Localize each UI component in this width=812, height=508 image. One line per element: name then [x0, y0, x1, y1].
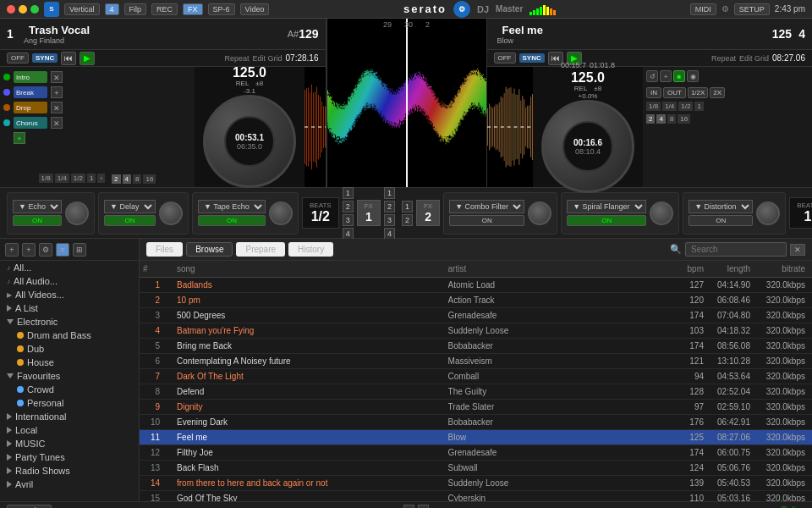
col-header-song[interactable]: song	[177, 264, 448, 273]
fx-nav-3[interactable]: 3	[343, 214, 354, 226]
deck1-platter[interactable]: 125.0 REL ±8 -3.1 00:53.1 06:35.0	[195, 67, 304, 187]
deck2-frac-1-4[interactable]: 1/4	[662, 102, 677, 111]
deck2-in-btn[interactable]: IN	[646, 87, 661, 98]
search-clear-btn[interactable]: ✕	[790, 244, 805, 256]
frac-1[interactable]: 1	[87, 174, 96, 183]
fx-r-nav-3[interactable]: 3	[384, 214, 395, 226]
deck2-off-btn[interactable]: OFF	[494, 52, 516, 64]
track-row[interactable]: 7 Dark Of The Light Comball 94 04:53.64 …	[140, 369, 812, 384]
cue-plus-chorus[interactable]: ✕	[51, 117, 63, 129]
sidebar-item-drum-bass[interactable]: Drum and Bass	[0, 329, 139, 342]
frac-8[interactable]: 8	[133, 174, 141, 184]
btn-sp6[interactable]: SP-6	[208, 3, 235, 15]
deck1-platter-disc[interactable]: 00:53.1 06:35.0	[203, 95, 296, 188]
cue-plus-break[interactable]: +	[51, 86, 63, 98]
sidebar-item-favourites[interactable]: Favourites	[0, 369, 139, 383]
track-row[interactable]: 2 10 pm Action Track 120 06:08.46 320.0k…	[140, 293, 812, 308]
vertical-dropdown[interactable]: Vertical	[64, 3, 100, 15]
frac-1-8[interactable]: 1/8	[39, 174, 53, 183]
track-row[interactable]: 11 Feel me Blow 125 08:27.06 320.0kbps	[140, 430, 812, 445]
deck2-frac-2[interactable]: 2	[646, 114, 655, 124]
track-row[interactable]: 4 Batman you're Fying Suddenly Loose 103…	[140, 323, 812, 339]
col-header-artist[interactable]: artist	[448, 264, 665, 273]
autoplay-btn[interactable]: Autoplay	[7, 505, 52, 509]
deck2-1x2-btn[interactable]: 1/2X	[688, 87, 708, 98]
effect-tape-echo-select[interactable]: ▼ Tape Echo	[198, 200, 266, 213]
add-btn[interactable]: +	[5, 243, 19, 257]
effect-echo-on[interactable]: ON	[13, 215, 62, 226]
effect-combo-select[interactable]: ▼ Combo Filter	[449, 200, 524, 213]
frac-4[interactable]: 4	[123, 174, 131, 184]
deck1-off-btn[interactable]: OFF	[7, 52, 29, 64]
sidebar-item-international[interactable]: International	[0, 410, 139, 423]
track-row[interactable]: 13 Back Flash Subwall 124 05:06.76 320.0…	[140, 461, 812, 476]
frac-2[interactable]: 2	[112, 174, 120, 184]
tab-prepare[interactable]: Prepare	[236, 242, 285, 257]
midi-btn[interactable]: MIDI	[690, 3, 716, 15]
cue-btn-intro[interactable]: Intro	[14, 71, 47, 83]
track-row[interactable]: 5 Bring me Back Bobabacker 174 08:56.08 …	[140, 339, 812, 354]
btn-rec[interactable]: REC	[151, 3, 178, 15]
sidebar-item-dub[interactable]: Dub	[0, 342, 139, 356]
track-row[interactable]: 8 Defend The Guilty 128 02:52.04 320.0kb…	[140, 384, 812, 400]
track-row[interactable]: 1 Badlands Atomic Load 127 04:14.90 320.…	[140, 278, 812, 293]
search-input[interactable]	[685, 242, 787, 257]
effect-distortion-on[interactable]: ON	[689, 215, 753, 226]
deck2-2x-btn[interactable]: 2X	[710, 87, 725, 98]
track-row[interactable]: 15 God Of The Sky Cyberskin 110 05:03.16…	[140, 491, 812, 501]
cue-btn-drop[interactable]: Drop	[14, 102, 47, 113]
deck1-sync-btn[interactable]: SYNC	[32, 53, 58, 63]
sidebar-item-personal[interactable]: Personal	[0, 396, 139, 410]
btn-fx[interactable]: FX	[183, 3, 203, 15]
effect-combo-on[interactable]: ON	[449, 215, 524, 226]
sidebar-item-house[interactable]: House	[0, 356, 139, 369]
track-row[interactable]: 14 from there to here and back again or …	[140, 476, 812, 491]
list-view-btn[interactable]: ≡	[56, 243, 69, 257]
deck2-frac-1[interactable]: 1	[694, 102, 703, 111]
sidebar-item-all[interactable]: ♪ All...	[0, 261, 139, 274]
grid-view-btn[interactable]: ⊞	[73, 243, 86, 257]
deck2-frac-4[interactable]: 4	[656, 114, 665, 124]
effect-delay-on[interactable]: ON	[104, 215, 156, 226]
cue-plus-intro[interactable]: ✕	[51, 71, 63, 83]
track-row[interactable]: 3 500 Degrees Grenadesafe 174 07:04.80 3…	[140, 308, 812, 323]
btn-4[interactable]: 4	[105, 3, 119, 15]
sidebar-item-local[interactable]: Local	[0, 423, 139, 437]
effect-tape-echo-knob[interactable]	[269, 202, 293, 225]
fx-r-nav-1[interactable]: 1	[384, 187, 395, 199]
cue-plus-drop[interactable]: ✕	[51, 102, 63, 113]
track-row[interactable]: 12 Filthy Joe Grenadesafe 174 06:00.75 3…	[140, 445, 812, 461]
effect-spiral-knob[interactable]	[650, 202, 673, 225]
settings-icon[interactable]: ⚙	[721, 4, 729, 14]
tab-files[interactable]: Files	[146, 242, 183, 257]
deck2-ctrl-4[interactable]: ◉	[687, 70, 699, 82]
tab-history[interactable]: History	[288, 242, 333, 257]
bottom-right-btn[interactable]: ›	[418, 505, 429, 508]
sidebar-item-radio-shows[interactable]: Radio Shows	[0, 464, 139, 478]
btn-video[interactable]: Video	[240, 3, 270, 15]
deck2-ctrl-2[interactable]: +	[660, 70, 672, 82]
cue-add-btn[interactable]: +	[14, 132, 25, 144]
deck2-frac-1-2[interactable]: 1/2	[678, 102, 693, 111]
fx-nav-2[interactable]: 2	[343, 201, 354, 213]
sidebar-item-electronic[interactable]: Electronic	[0, 315, 139, 329]
tab-browse[interactable]: Browse	[186, 242, 233, 257]
sidebar-item-a-list[interactable]: A List	[0, 301, 139, 315]
bottom-left-btn[interactable]: ‹	[403, 505, 414, 508]
minimize-btn[interactable]	[19, 5, 27, 14]
deck2-platter[interactable]: 00:15.7 01:01.8 125.0 REL ±8 +0.0% 00:16…	[533, 67, 643, 187]
deck2-frac-1-8[interactable]: 1/8	[646, 102, 661, 111]
cue-btn-chorus[interactable]: Chorus	[14, 117, 47, 129]
deck1-prev-btn[interactable]: ⏮	[61, 52, 76, 65]
settings-icon[interactable]: ⚙	[39, 243, 52, 257]
maximize-btn[interactable]	[30, 5, 39, 14]
effect-distortion-knob[interactable]	[756, 202, 780, 225]
effect-combo-knob[interactable]	[528, 202, 551, 225]
setup-btn[interactable]: SETUP	[734, 3, 770, 15]
frac-nav-right[interactable]: ›	[97, 174, 105, 183]
effect-spiral-select[interactable]: ▼ Spiral Flanger	[567, 200, 646, 213]
deck1-play-btn[interactable]: ▶	[80, 52, 95, 65]
fx2-l-nav-2[interactable]: 2	[402, 214, 413, 226]
cue-btn-break[interactable]: Break	[14, 86, 47, 98]
col-header-length[interactable]: length	[707, 264, 754, 273]
